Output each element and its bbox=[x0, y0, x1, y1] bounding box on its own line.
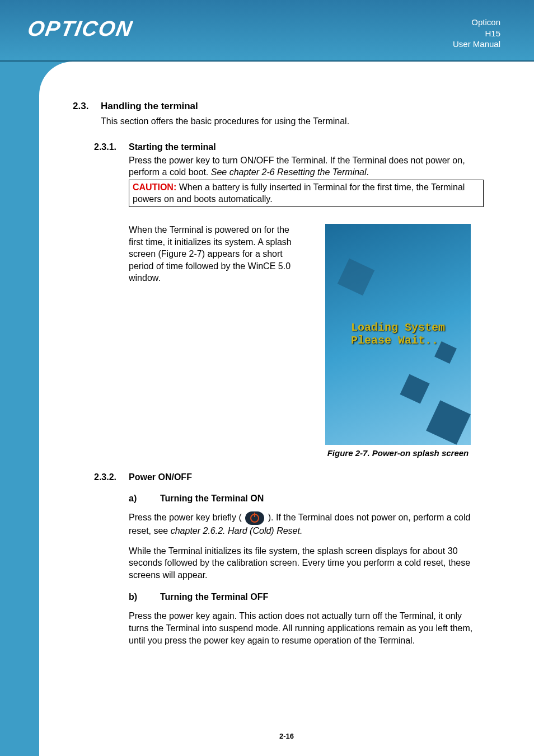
section-heading: 2.3. Handling the terminal bbox=[73, 101, 484, 112]
header-meta: Opticon H15 User Manual bbox=[453, 17, 500, 50]
caution-text: When a battery is fully inserted in Term… bbox=[133, 182, 465, 204]
item-b-heading: b) Turning the Terminal OFF bbox=[129, 592, 484, 602]
subsection-1-number: 2.3.1. bbox=[94, 142, 129, 152]
section-title: Handling the terminal bbox=[101, 101, 198, 112]
page-content: 2.3. Handling the terminal This section … bbox=[39, 62, 534, 756]
brand-logo: OPTICON bbox=[26, 17, 135, 41]
splash-line1: Loading System bbox=[351, 321, 445, 334]
header-line1: Opticon bbox=[453, 17, 500, 28]
item-a-para1: Press the power key briefly ( ). If the … bbox=[129, 511, 484, 537]
item-b-title: Turning the Terminal OFF bbox=[160, 592, 268, 602]
header-line2: H15 bbox=[453, 28, 500, 39]
subsection-1-title: Starting the terminal bbox=[129, 142, 216, 152]
sub1-p1c: . bbox=[367, 167, 369, 177]
item-a-title: Turning the Terminal ON bbox=[160, 494, 264, 504]
sub1-p1b: See chapter 2-6 Resetting the Terminal bbox=[211, 167, 367, 177]
page-background: 2.3. Handling the terminal This section … bbox=[0, 62, 534, 756]
page-header: OPTICON Opticon H15 User Manual bbox=[0, 0, 534, 62]
a-p1c: chapter 2.6.2. Hard (Cold) Reset. bbox=[171, 526, 303, 536]
figure-column: Loading System Please Wait... Figure 2-7… bbox=[312, 224, 484, 458]
subsection-2-number: 2.3.2. bbox=[94, 472, 129, 482]
header-line3: User Manual bbox=[453, 39, 500, 50]
subsection-2-heading: 2.3.2. Power ON/OFF bbox=[73, 472, 484, 482]
section-intro: This section offers the basic procedures… bbox=[101, 115, 484, 128]
subsection-2-title: Power ON/OFF bbox=[129, 472, 192, 482]
sub1-para1: Press the power key to turn ON/OFF the T… bbox=[129, 154, 484, 179]
figure-caption: Figure 2-7. Power-on splash screen bbox=[312, 448, 484, 458]
page-number: 2-16 bbox=[39, 732, 534, 740]
caution-box: CAUTION: When a battery is fully inserte… bbox=[129, 180, 484, 207]
splash-columns: When the Terminal is powered on for the … bbox=[129, 224, 484, 458]
item-b-para1: Press the power key again. This action d… bbox=[129, 610, 484, 646]
item-a-para2: While the Terminal initializes its file … bbox=[129, 545, 484, 581]
item-a-heading: a) Turning the Terminal ON bbox=[129, 494, 484, 504]
splash-screen-image: Loading System Please Wait... bbox=[325, 224, 471, 445]
splash-line2: Please Wait... bbox=[351, 334, 445, 347]
power-key-icon bbox=[245, 511, 264, 525]
a-p1a: Press the power key briefly ( bbox=[129, 513, 244, 522]
section-number: 2.3. bbox=[73, 101, 101, 112]
caution-label: CAUTION: bbox=[133, 182, 176, 192]
sub1-para2: When the Terminal is powered on for the … bbox=[129, 224, 297, 458]
item-b-letter: b) bbox=[129, 592, 160, 602]
item-a-letter: a) bbox=[129, 494, 160, 504]
subsection-1-heading: 2.3.1. Starting the terminal bbox=[73, 142, 484, 152]
